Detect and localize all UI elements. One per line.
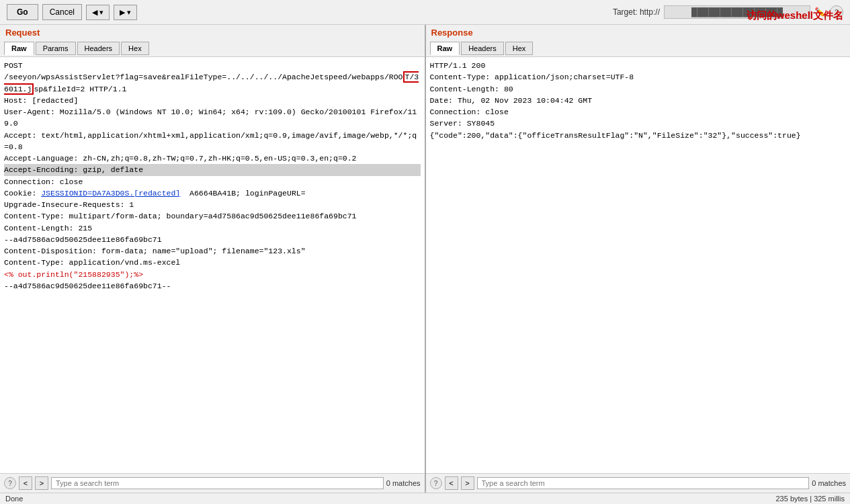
- toolbar: Go Cancel ◀ ▾ ▶ ▾ Target: http:// ██████…: [0, 0, 850, 25]
- response-matches: 0 matches: [812, 479, 846, 487]
- response-line: {"code":200,"data":{"officeTransResultFl…: [430, 130, 847, 141]
- request-line: POST: [4, 60, 421, 71]
- jsp-line: <% out.println("215882935");%>: [4, 269, 421, 280]
- stats-label: 235 bytes | 325 millis: [775, 495, 845, 503]
- tab-hex-response[interactable]: Hex: [505, 42, 534, 55]
- request-line: Content-Type: application/vnd.ms-excel: [4, 257, 421, 268]
- response-tabs: Raw Headers Hex: [426, 40, 851, 57]
- request-line: Content-Type: multipart/form-data; bound…: [4, 210, 421, 222]
- request-search-bar: ? < > 0 matches: [0, 473, 425, 493]
- request-search-help[interactable]: ?: [4, 477, 16, 489]
- response-line: Content-Type: application/json;charset=U…: [430, 71, 847, 83]
- request-search-prev[interactable]: <: [19, 476, 32, 490]
- request-matches: 0 matches: [386, 479, 421, 487]
- response-header: Response: [426, 25, 851, 40]
- request-line: Host: [redacted]: [4, 95, 421, 106]
- cookie-line: Cookie: JSESSIONID=DA7A3D0S.[redacted] A…: [4, 187, 421, 199]
- request-line: --a4d7586ac9d50625dee11e86fa69bc71: [4, 234, 421, 245]
- request-line: --a4d7586ac9d50625dee11e86fa69bc71--: [4, 280, 421, 292]
- highlighted-line: Accept-Encoding: gzip, deflate: [4, 164, 421, 175]
- request-search-next[interactable]: >: [35, 476, 48, 490]
- tab-params-request[interactable]: Params: [36, 42, 76, 55]
- tab-headers-response[interactable]: Headers: [461, 42, 504, 55]
- request-line: Upgrade-Insecure-Requests: 1: [4, 199, 421, 210]
- response-pane: Response Raw Headers Hex HTTP/1.1 200Con…: [426, 25, 851, 493]
- request-tabs: Raw Params Headers Hex 访问的weshell文件名: [0, 40, 425, 57]
- response-search-prev[interactable]: <: [445, 476, 458, 490]
- back-button[interactable]: ◀ ▾: [86, 5, 110, 20]
- request-content[interactable]: POST/seeyon/wpsAssistServlet?flag=save&r…: [0, 57, 425, 473]
- cancel-button[interactable]: Cancel: [42, 4, 82, 20]
- go-button[interactable]: Go: [7, 4, 38, 20]
- request-line: Accept-Language: zh-CN,zh;q=0.8,zh-TW;q=…: [4, 153, 421, 164]
- response-line: Content-Length: 80: [430, 83, 847, 95]
- request-line: Connection: close: [4, 176, 421, 187]
- response-line: Server: SY8045: [430, 118, 847, 129]
- tab-raw-response[interactable]: Raw: [430, 42, 460, 55]
- response-search-input[interactable]: [477, 477, 810, 489]
- tab-headers-request[interactable]: Headers: [77, 42, 120, 55]
- response-search-bar: ? < > 0 matches: [426, 473, 851, 493]
- request-pane: Request Raw Params Headers Hex 访问的weshel…: [0, 25, 426, 493]
- request-line: User-Agent: Mozilla/5.0 (Windows NT 10.0…: [4, 106, 421, 130]
- response-search-help[interactable]: ?: [430, 477, 442, 489]
- target-label: Target: http://: [613, 7, 660, 17]
- cookie-link: JSESSIONID=DA7A3D0S.[redacted]: [41, 189, 180, 198]
- request-line: Accept: text/html,application/xhtml+xml,…: [4, 130, 421, 153]
- forward-button[interactable]: ▶ ▾: [114, 5, 137, 20]
- response-search-next[interactable]: >: [461, 476, 474, 490]
- response-line: Date: Thu, 02 Nov 2023 10:04:42 GMT: [430, 95, 847, 106]
- response-content[interactable]: HTTP/1.1 200Content-Type: application/js…: [426, 57, 851, 473]
- tab-raw-request[interactable]: Raw: [4, 42, 34, 55]
- request-line: Content-Disposition: form-data; name="up…: [4, 245, 421, 257]
- request-line: Content-Length: 215: [4, 222, 421, 234]
- done-label: Done: [5, 495, 23, 503]
- main-split: Request Raw Params Headers Hex 访问的weshel…: [0, 25, 850, 493]
- request-header: Request: [0, 25, 425, 40]
- response-line: HTTP/1.1 200: [430, 60, 847, 71]
- request-search-input[interactable]: [51, 477, 384, 489]
- tab-hex-request[interactable]: Hex: [121, 42, 149, 55]
- request-path-line: /seeyon/wpsAssistServlet?flag=save&realF…: [4, 71, 421, 95]
- response-line: Connection: close: [430, 106, 847, 118]
- status-bar: Done 235 bytes | 325 millis: [0, 493, 850, 504]
- highlight-span: T/36011.j: [4, 71, 419, 94]
